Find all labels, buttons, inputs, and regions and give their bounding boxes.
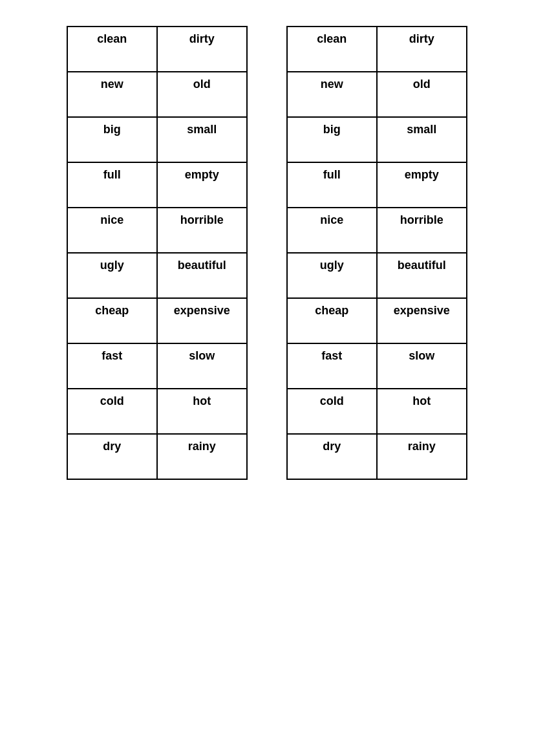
word-right: expensive	[157, 298, 247, 343]
word-right: hot	[377, 389, 467, 434]
word-left: clean	[67, 27, 157, 72]
word-right: expensive	[377, 298, 467, 343]
word-left: big	[67, 117, 157, 162]
right-table-wrapper: cleandirtynewoldbigsmallfullemptynicehor…	[286, 26, 467, 480]
word-right: slow	[157, 343, 247, 389]
word-right: horrible	[377, 208, 467, 253]
table-row: newold	[287, 72, 467, 117]
table-row: nicehorrible	[287, 208, 467, 253]
table-row: newold	[67, 72, 247, 117]
left-word-table: cleandirtynewoldbigsmallfullemptynicehor…	[67, 26, 248, 480]
word-right: empty	[377, 162, 467, 208]
word-left: cheap	[287, 298, 377, 343]
table-row: bigsmall	[287, 117, 467, 162]
left-table-wrapper: cleandirtynewoldbigsmallfullemptynicehor…	[67, 26, 248, 480]
word-right: beautiful	[157, 253, 247, 298]
word-right: horrible	[157, 208, 247, 253]
word-left: fast	[67, 343, 157, 389]
word-left: new	[287, 72, 377, 117]
table-row: fastslow	[287, 343, 467, 389]
page-container: cleandirtynewoldbigsmallfullemptynicehor…	[13, 26, 521, 480]
word-left: cold	[287, 389, 377, 434]
table-row: fullempty	[287, 162, 467, 208]
table-row: cleandirty	[67, 27, 247, 72]
word-left: dry	[287, 434, 377, 479]
word-left: big	[287, 117, 377, 162]
table-row: cheapexpensive	[287, 298, 467, 343]
table-row: bigsmall	[67, 117, 247, 162]
table-row: uglybeautiful	[67, 253, 247, 298]
word-right: slow	[377, 343, 467, 389]
word-right: small	[377, 117, 467, 162]
table-row: cheapexpensive	[67, 298, 247, 343]
word-right: beautiful	[377, 253, 467, 298]
word-right: old	[157, 72, 247, 117]
word-right: rainy	[157, 434, 247, 479]
word-left: full	[67, 162, 157, 208]
word-right: dirty	[157, 27, 247, 72]
word-right: old	[377, 72, 467, 117]
table-row: cleandirty	[287, 27, 467, 72]
table-row: uglybeautiful	[287, 253, 467, 298]
word-right: rainy	[377, 434, 467, 479]
table-row: coldhot	[287, 389, 467, 434]
word-right: small	[157, 117, 247, 162]
word-left: clean	[287, 27, 377, 72]
word-left: ugly	[67, 253, 157, 298]
word-right: dirty	[377, 27, 467, 72]
table-row: nicehorrible	[67, 208, 247, 253]
right-word-table: cleandirtynewoldbigsmallfullemptynicehor…	[286, 26, 467, 480]
table-row: fullempty	[67, 162, 247, 208]
word-left: dry	[67, 434, 157, 479]
word-left: cheap	[67, 298, 157, 343]
word-left: nice	[287, 208, 377, 253]
word-left: new	[67, 72, 157, 117]
table-row: fastslow	[67, 343, 247, 389]
word-left: ugly	[287, 253, 377, 298]
table-row: dryrainy	[67, 434, 247, 479]
word-right: empty	[157, 162, 247, 208]
word-left: full	[287, 162, 377, 208]
word-left: fast	[287, 343, 377, 389]
table-row: coldhot	[67, 389, 247, 434]
word-left: cold	[67, 389, 157, 434]
word-left: nice	[67, 208, 157, 253]
table-row: dryrainy	[287, 434, 467, 479]
word-right: hot	[157, 389, 247, 434]
